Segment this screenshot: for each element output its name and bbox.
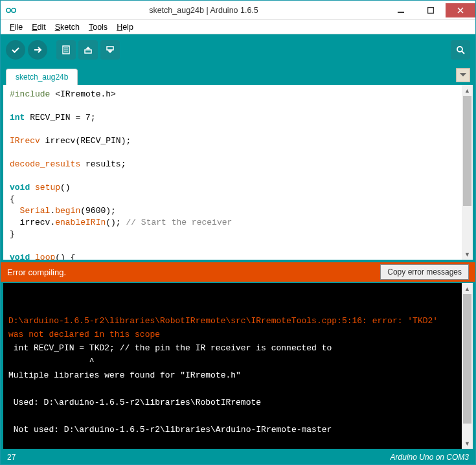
tabbar: sketch_aug24b [1, 65, 475, 85]
save-button[interactable] [100, 40, 120, 60]
console-area: D:\arduino-1.6.5-r2\libraries\RobotIRrem… [1, 282, 475, 450]
window-title: sketch_aug24b | Arduino 1.6.5 [21, 6, 386, 15]
scroll-down-icon[interactable]: ▼ [462, 438, 473, 449]
menu-edit[interactable]: Edit [28, 21, 50, 33]
close-button[interactable] [446, 3, 475, 17]
copy-error-button[interactable]: Copy error messages [380, 264, 469, 280]
console-scrollbar[interactable]: ▲ ▼ [462, 283, 473, 449]
window: sketch_aug24b | Arduino 1.6.5 File Edit … [0, 0, 476, 465]
board-info: Arduino Uno on COM3 [391, 453, 469, 462]
open-button[interactable] [78, 40, 98, 60]
toolbar [1, 34, 475, 65]
svg-point-10 [457, 47, 462, 52]
editor-area: #include <IRremote.h> int RECV_PIN = 7; … [1, 85, 475, 262]
scroll-thumb[interactable] [463, 96, 471, 206]
menu-file[interactable]: File [6, 21, 27, 33]
upload-button[interactable] [28, 40, 47, 60]
menu-help[interactable]: Help [113, 21, 137, 33]
console-line: Used: D:\arduino-1.6.5-r2\libraries\Robo… [8, 398, 261, 407]
bottom-bar: 27 Arduino Uno on COM3 [1, 450, 475, 464]
console-line: ^ [8, 357, 95, 367]
console-line: int RECV_PIN = TKD2; // the pin the IR r… [8, 343, 332, 353]
minimize-button[interactable] [386, 3, 416, 17]
scroll-thumb[interactable] [463, 294, 471, 424]
status-bar: Error compiling. Copy error messages [1, 262, 475, 282]
scroll-up-icon[interactable]: ▲ [462, 283, 473, 294]
editor-scrollbar[interactable]: ▲ ▼ [462, 85, 473, 260]
window-controls [386, 3, 475, 17]
line-number: 27 [7, 453, 16, 462]
svg-rect-8 [85, 50, 91, 53]
tab-sketch[interactable]: sketch_aug24b [6, 69, 78, 85]
code-editor[interactable]: #include <IRremote.h> int RECV_PIN = 7; … [3, 85, 462, 260]
console-line: Multiple libraries were found for "IRrem… [8, 370, 241, 380]
console-line: D:\arduino-1.6.5-r2\libraries\RobotIRrem… [8, 316, 443, 339]
tab-menu-button[interactable] [456, 68, 470, 82]
arduino-icon [4, 3, 18, 17]
scroll-up-icon[interactable]: ▲ [462, 85, 473, 96]
maximize-button[interactable] [416, 3, 446, 17]
console-line: Not used: D:\arduino-1.6.5-r2\libraries\… [8, 425, 332, 435]
svg-rect-3 [428, 7, 434, 13]
menubar: File Edit Sketch Tools Help [1, 20, 475, 34]
svg-rect-9 [107, 47, 113, 50]
verify-button[interactable] [6, 40, 25, 60]
svg-line-11 [462, 51, 464, 54]
svg-point-0 [6, 8, 10, 12]
titlebar[interactable]: sketch_aug24b | Arduino 1.6.5 [1, 1, 475, 20]
new-button[interactable] [56, 40, 76, 60]
menu-sketch[interactable]: Sketch [51, 21, 84, 33]
scroll-down-icon[interactable]: ▼ [462, 249, 473, 260]
svg-rect-2 [398, 12, 404, 13]
status-message: Error compiling. [7, 267, 380, 277]
svg-point-1 [12, 8, 16, 12]
console-output[interactable]: D:\arduino-1.6.5-r2\libraries\RobotIRrem… [3, 283, 462, 449]
menu-tools[interactable]: Tools [85, 21, 111, 33]
serial-monitor-button[interactable] [451, 40, 470, 60]
